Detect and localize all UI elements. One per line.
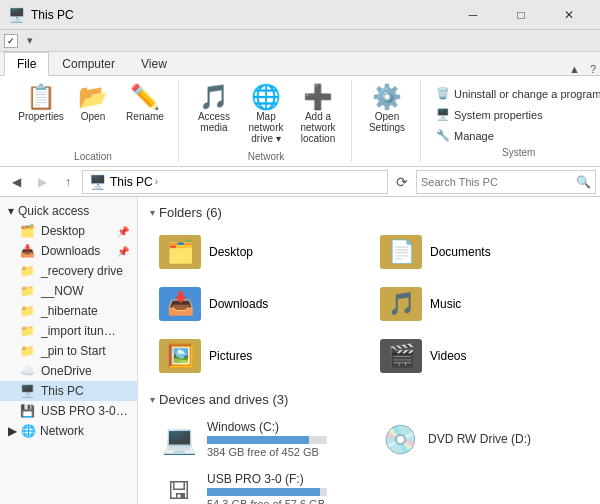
- recovery-icon: 📁: [20, 264, 35, 278]
- up-button[interactable]: ↑: [56, 170, 80, 194]
- open-label: Open: [81, 111, 105, 122]
- close-button[interactable]: ✕: [546, 0, 592, 30]
- uninstall-button[interactable]: 🗑️ Uninstall or change a program: [431, 84, 600, 103]
- tab-view[interactable]: View: [128, 52, 180, 75]
- open-button[interactable]: 📂 Open: [68, 80, 118, 125]
- main-area: ▾ Quick access 🗂️ Desktop 📌 📥 Downloads …: [0, 197, 600, 504]
- sidebar-item-import-itunes[interactable]: 📁 _import itunes groo: [0, 321, 137, 341]
- map-network-button[interactable]: 🌐 Map networkdrive ▾: [241, 80, 291, 147]
- maximize-button[interactable]: □: [498, 0, 544, 30]
- address-path[interactable]: 🖥️ This PC ›: [82, 170, 388, 194]
- add-network-label: Add a networklocation: [296, 111, 340, 144]
- sidebar-item-pin-start[interactable]: 📁 _pin to Start: [0, 341, 137, 361]
- folder-item-videos[interactable]: 🎬 Videos: [371, 332, 588, 380]
- quick-access-toolbar: ✓ ▾: [0, 30, 600, 52]
- sys-props-icon: 🖥️: [436, 108, 450, 121]
- usb-drive-icon: 🖫: [159, 473, 199, 504]
- open-settings-button[interactable]: ⚙️ OpenSettings: [362, 80, 412, 136]
- search-box[interactable]: 🔍: [416, 170, 596, 194]
- path-arrow: ›: [155, 176, 158, 187]
- recovery-label: _recovery drive: [41, 264, 123, 278]
- ribbon-collapse-button[interactable]: ▲: [563, 63, 586, 75]
- this-pc-icon: 🖥️: [20, 384, 35, 398]
- manage-button[interactable]: 🔧 Manage: [431, 126, 600, 145]
- path-text: This PC: [110, 175, 153, 189]
- uninstall-icon: 🗑️: [436, 87, 450, 100]
- qa-down-arrow[interactable]: ▾: [20, 31, 40, 51]
- sidebar-section-quick-access[interactable]: ▾ Quick access: [0, 201, 137, 221]
- minimize-button[interactable]: ─: [450, 0, 496, 30]
- sidebar-item-now[interactable]: 📁 __NOW: [0, 281, 137, 301]
- usb-label: USB PRO 3-0 (F:): [41, 404, 129, 418]
- sidebar-item-downloads[interactable]: 📥 Downloads 📌: [0, 241, 137, 261]
- import-label: _import itunes groo: [41, 324, 121, 338]
- tab-file[interactable]: File: [4, 52, 49, 76]
- sidebar-item-usb[interactable]: 💾 USB PRO 3-0 (F:): [0, 401, 137, 421]
- devices-section-header[interactable]: ▾ Devices and drives (3): [150, 392, 588, 407]
- network-buttons: 🎵 Accessmedia 🌐 Map networkdrive ▾ ➕ Add…: [189, 80, 343, 147]
- drive-item-dvd[interactable]: 💿 DVD RW Drive (D:): [371, 415, 588, 463]
- drives-row-1: 💻 Windows (C:) 384 GB free of 452 GB 💿 D…: [150, 415, 588, 463]
- back-button[interactable]: ◀: [4, 170, 28, 194]
- hibernate-icon: 📁: [20, 304, 35, 318]
- location-buttons: 📋 Properties 📂 Open ✏️ Rename: [16, 80, 170, 147]
- settings-buttons: ⚙️ OpenSettings: [362, 80, 412, 147]
- desktop-label: Desktop: [41, 224, 85, 238]
- folders-section-header[interactable]: ▾ Folders (6): [150, 205, 588, 220]
- folder-item-music[interactable]: 🎵 Music: [371, 280, 588, 328]
- tab-computer[interactable]: Computer: [49, 52, 128, 75]
- sidebar-item-network[interactable]: ▶ 🌐 Network: [0, 421, 137, 441]
- pictures-folder-label: Pictures: [209, 349, 252, 363]
- onedrive-icon: ☁️: [20, 364, 35, 378]
- sidebar-item-recovery[interactable]: 📁 _recovery drive: [0, 261, 137, 281]
- access-media-label: Accessmedia: [198, 111, 230, 133]
- search-input[interactable]: [421, 176, 576, 188]
- now-icon: 📁: [20, 284, 35, 298]
- sidebar-item-onedrive[interactable]: ☁️ OneDrive: [0, 361, 137, 381]
- music-folder-label: Music: [430, 297, 461, 311]
- drive-item-usb[interactable]: 🖫 USB PRO 3-0 (F:) 54.3 GB free of 57.6 …: [150, 467, 369, 504]
- help-button[interactable]: ?: [586, 63, 600, 75]
- folder-item-documents[interactable]: 📄 Documents: [371, 228, 588, 276]
- now-label: __NOW: [41, 284, 84, 298]
- pictures-thumb: 🖼️: [159, 339, 201, 373]
- usb-drive-free: 54.3 GB free of 57.6 GB: [207, 498, 360, 504]
- dvd-drive-name: DVD RW Drive (D:): [428, 432, 579, 446]
- search-icon: 🔍: [576, 175, 591, 189]
- downloads-folder-label: Downloads: [209, 297, 268, 311]
- quick-access-label: Quick access: [18, 204, 89, 218]
- rename-button[interactable]: ✏️ Rename: [120, 80, 170, 125]
- properties-button[interactable]: 📋 Properties: [16, 80, 66, 125]
- forward-button[interactable]: ▶: [30, 170, 54, 194]
- ribbon-group-settings: ⚙️ OpenSettings _: [354, 80, 421, 162]
- hibernate-label: _hibernate: [41, 304, 98, 318]
- title-bar: 🖥️ This PC ─ □ ✕: [0, 0, 600, 30]
- desktop-icon: 🗂️: [20, 224, 35, 238]
- ribbon-group-network: 🎵 Accessmedia 🌐 Map networkdrive ▾ ➕ Add…: [181, 80, 352, 162]
- folder-item-desktop[interactable]: 🗂️ Desktop: [150, 228, 367, 276]
- manage-label: Manage: [454, 130, 494, 142]
- network-label: Network: [40, 424, 84, 438]
- sidebar-item-hibernate[interactable]: 📁 _hibernate: [0, 301, 137, 321]
- folders-chevron: ▾: [150, 207, 155, 218]
- properties-icon: 📋: [26, 85, 56, 109]
- sidebar-item-this-pc[interactable]: 🖥️ This PC: [0, 381, 137, 401]
- windows-drive-free: 384 GB free of 452 GB: [207, 446, 358, 458]
- refresh-button[interactable]: ⟳: [390, 170, 414, 194]
- ribbon: 📋 Properties 📂 Open ✏️ Rename Location 🎵…: [0, 76, 600, 167]
- usb-icon: 💾: [20, 404, 35, 418]
- add-network-button[interactable]: ➕ Add a networklocation: [293, 80, 343, 147]
- folder-item-downloads[interactable]: 📥 Downloads: [150, 280, 367, 328]
- windows-drive-icon: 💻: [159, 421, 199, 457]
- folders-grid: 🗂️ Desktop 📄 Documents 📥 Downloads 🎵 Mus…: [150, 228, 588, 380]
- sidebar-item-desktop[interactable]: 🗂️ Desktop 📌: [0, 221, 137, 241]
- window-title: This PC: [31, 8, 450, 22]
- usb-drive-name: USB PRO 3-0 (F:): [207, 472, 360, 486]
- open-settings-label: OpenSettings: [369, 111, 405, 133]
- qa-check: ✓: [4, 34, 18, 48]
- drive-item-windows[interactable]: 💻 Windows (C:) 384 GB free of 452 GB: [150, 415, 367, 463]
- access-media-icon: 🎵: [199, 85, 229, 109]
- sys-props-button[interactable]: 🖥️ System properties: [431, 105, 600, 124]
- folder-item-pictures[interactable]: 🖼️ Pictures: [150, 332, 367, 380]
- access-media-button[interactable]: 🎵 Accessmedia: [189, 80, 239, 136]
